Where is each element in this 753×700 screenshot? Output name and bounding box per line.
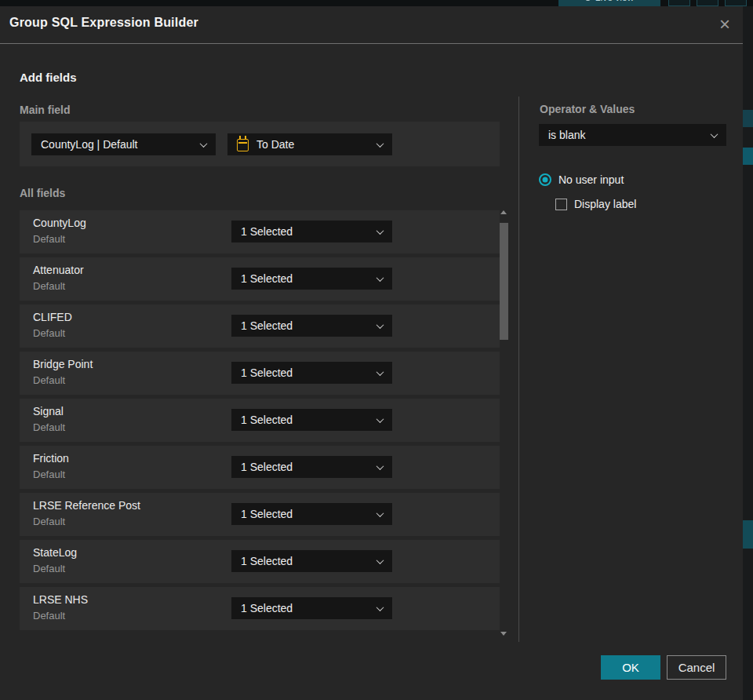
field-selection-dropdown[interactable]: 1 Selected	[231, 597, 392, 619]
dialog-header: Group SQL Expression Builder ×	[0, 6, 743, 44]
field-selection-value: 1 Selected	[241, 225, 293, 238]
background-teal-block	[743, 110, 753, 127]
chevron-down-icon	[376, 509, 384, 517]
background-teal-block	[743, 520, 753, 549]
no-user-input-label: No user input	[558, 173, 624, 186]
field-selection-value: 1 Selected	[241, 366, 293, 379]
field-selection-value: 1 Selected	[241, 272, 293, 285]
background-toolbar-button[interactable]	[668, 0, 690, 6]
chevron-down-icon	[376, 556, 384, 564]
main-field-type-value: To Date	[256, 138, 294, 151]
calendar-icon	[237, 139, 249, 151]
field-subtitle: Default	[33, 468, 65, 480]
chevron-down-icon	[711, 130, 718, 138]
chevron-down-icon	[376, 274, 384, 282]
chevron-down-icon	[376, 462, 384, 470]
main-field-select-value: CountyLog | Default	[41, 138, 138, 151]
field-selection-dropdown[interactable]: 1 Selected	[231, 315, 392, 337]
field-selection-value: 1 Selected	[241, 602, 293, 614]
field-selection-dropdown[interactable]: 1 Selected	[231, 456, 392, 478]
field-name: StateLog	[33, 546, 77, 559]
field-row-countylog: CountyLog Default 1 Selected	[20, 210, 500, 253]
chevron-down-icon	[376, 415, 384, 423]
field-subtitle: Default	[33, 327, 65, 339]
main-field-label: Main field	[20, 104, 71, 116]
field-selection-value: 1 Selected	[241, 555, 293, 567]
chevron-down-icon	[376, 227, 384, 235]
field-name: LRSE Reference Post	[33, 499, 140, 512]
field-subtitle: Default	[33, 374, 65, 386]
operator-select-value: is blank	[548, 129, 585, 141]
field-selection-dropdown[interactable]: 1 Selected	[231, 550, 392, 572]
field-selection-value: 1 Selected	[241, 461, 293, 473]
field-selection-dropdown[interactable]: 1 Selected	[231, 409, 392, 431]
no-user-input-option[interactable]: No user input	[539, 173, 624, 186]
background-toolbar-button[interactable]	[697, 0, 718, 6]
field-selection-dropdown[interactable]: 1 Selected	[231, 268, 392, 290]
field-row-lrse-nhs: LRSE NHS Default 1 Selected	[20, 587, 500, 630]
group-sql-expression-builder-dialog: Group SQL Expression Builder × Add field…	[0, 6, 743, 700]
chevron-down-icon	[376, 368, 384, 376]
background-teal-block	[743, 148, 753, 165]
field-row-friction: Friction Default 1 Selected	[20, 446, 500, 489]
cancel-button[interactable]: Cancel	[667, 655, 726, 680]
operator-select[interactable]: is blank	[539, 124, 726, 146]
chevron-down-icon	[200, 140, 208, 148]
field-name: Bridge Point	[33, 358, 93, 370]
panel-divider	[518, 97, 519, 642]
background-page-edge	[743, 6, 753, 700]
dialog-title: Group SQL Expression Builder	[9, 16, 198, 30]
chevron-down-icon	[376, 603, 384, 611]
field-subtitle: Default	[33, 280, 65, 292]
field-name: Friction	[33, 452, 69, 465]
display-label-option[interactable]: Display label	[555, 198, 636, 210]
field-selection-value: 1 Selected	[241, 414, 293, 426]
live-view-label: Live view	[595, 0, 634, 3]
field-subtitle: Default	[33, 233, 65, 245]
field-name: Signal	[33, 405, 64, 417]
field-selection-value: 1 Selected	[241, 508, 293, 520]
field-row-statelog: StateLog Default 1 Selected	[20, 540, 500, 583]
main-field-type-select[interactable]: To Date	[227, 133, 392, 155]
ok-button[interactable]: OK	[601, 655, 660, 680]
chevron-down-icon	[376, 140, 384, 148]
live-view-dot-icon	[585, 0, 591, 1]
add-fields-heading: Add fields	[20, 71, 77, 84]
field-row-lrse-reference-post: LRSE Reference Post Default 1 Selected	[20, 493, 500, 536]
fields-scrollbar[interactable]	[497, 204, 509, 640]
live-view-button[interactable]: Live view	[558, 0, 660, 6]
field-subtitle: Default	[33, 421, 65, 433]
field-name: LRSE NHS	[33, 593, 88, 606]
field-selection-dropdown[interactable]: 1 Selected	[231, 362, 392, 384]
field-row-signal: Signal Default 1 Selected	[20, 399, 500, 442]
main-field-box: CountyLog | Default To Date	[20, 122, 500, 166]
main-field-select[interactable]: CountyLog | Default	[31, 133, 216, 155]
field-subtitle: Default	[33, 610, 65, 622]
field-row-clifed: CLIFED Default 1 Selected	[20, 304, 500, 348]
scroll-up-icon[interactable]	[500, 210, 507, 214]
scrollbar-thumb[interactable]	[500, 223, 508, 340]
chevron-down-icon	[376, 321, 384, 329]
field-subtitle: Default	[33, 516, 65, 527]
field-selection-value: 1 Selected	[241, 319, 293, 332]
radio-selected-icon[interactable]	[539, 173, 551, 186]
field-name: CountyLog	[33, 217, 86, 229]
all-fields-label: All fields	[20, 187, 65, 199]
field-selection-dropdown[interactable]: 1 Selected	[231, 221, 392, 242]
field-row-bridge-point: Bridge Point Default 1 Selected	[20, 352, 500, 395]
field-row-attenuator: Attenuator Default 1 Selected	[20, 257, 500, 301]
display-label-label: Display label	[574, 198, 636, 210]
field-subtitle: Default	[33, 563, 65, 574]
field-name: CLIFED	[33, 311, 72, 323]
operator-values-label: Operator & Values	[540, 103, 635, 115]
scroll-down-icon[interactable]	[500, 632, 507, 636]
field-name: Attenuator	[33, 264, 84, 276]
close-icon[interactable]: ×	[711, 11, 738, 38]
checkbox-unchecked-icon[interactable]	[555, 199, 567, 210]
field-selection-dropdown[interactable]: 1 Selected	[231, 503, 392, 525]
background-toolbar-button[interactable]	[725, 0, 747, 6]
background-toolbar: Live view	[0, 0, 753, 6]
